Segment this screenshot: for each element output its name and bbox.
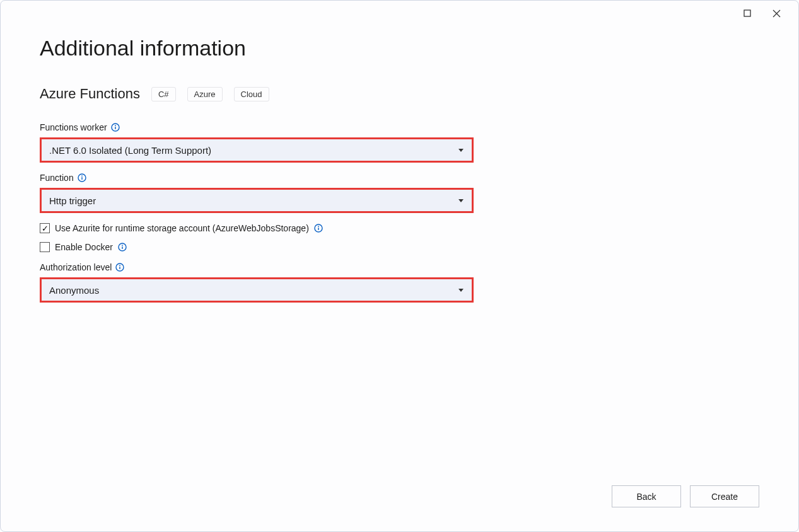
close-button[interactable] (768, 5, 784, 21)
function-label: Function (40, 173, 74, 183)
info-icon[interactable] (78, 173, 86, 182)
chevron-down-icon (458, 147, 464, 153)
create-button[interactable]: Create (690, 485, 759, 507)
titlebar (739, 1, 798, 26)
subtitle: Azure Functions (40, 86, 140, 102)
svg-rect-11 (318, 228, 318, 230)
content-area: Additional information Azure Functions C… (1, 1, 798, 303)
info-icon[interactable] (314, 224, 323, 233)
subtitle-row: Azure Functions C# Azure Cloud (40, 86, 759, 102)
maximize-button[interactable] (739, 5, 755, 21)
chevron-down-icon (458, 197, 464, 204)
info-icon[interactable] (115, 263, 124, 272)
footer: Back Create (612, 485, 759, 507)
use-azurite-label: Use Azurite for runtime storage account … (55, 223, 309, 233)
functions-worker-dropdown[interactable]: .NET 6.0 Isolated (Long Term Support) (40, 137, 474, 163)
svg-point-16 (120, 265, 121, 266)
page-title: Additional information (40, 36, 759, 61)
back-button[interactable]: Back (612, 485, 681, 507)
function-value: Http trigger (49, 195, 96, 206)
maximize-icon (744, 9, 751, 17)
dialog-window: Additional information Azure Functions C… (0, 0, 799, 532)
use-azurite-row: Use Azurite for runtime storage account … (40, 223, 759, 233)
svg-point-7 (81, 175, 83, 176)
use-azurite-checkbox[interactable] (40, 223, 50, 233)
label-row: Functions worker (40, 122, 759, 132)
tag-csharp: C# (151, 87, 176, 101)
info-icon[interactable] (118, 243, 127, 252)
svg-rect-0 (744, 10, 750, 16)
function-dropdown[interactable]: Http trigger (40, 188, 474, 213)
authorization-level-group: Authorization level Anonymous (40, 262, 759, 303)
function-group: Function Http trigger (40, 173, 759, 213)
enable-docker-checkbox[interactable] (40, 242, 50, 252)
chevron-down-icon (458, 287, 464, 293)
functions-worker-label: Functions worker (40, 122, 107, 132)
svg-rect-5 (115, 127, 115, 129)
enable-docker-label: Enable Docker (55, 242, 113, 252)
info-icon[interactable] (111, 123, 120, 132)
label-row: Function (40, 173, 759, 183)
authorization-level-value: Anonymous (49, 285, 99, 296)
tag-azure: Azure (187, 87, 223, 101)
enable-docker-row: Enable Docker (40, 242, 759, 252)
authorization-level-dropdown[interactable]: Anonymous (40, 277, 474, 303)
svg-point-4 (115, 125, 116, 126)
svg-rect-8 (81, 177, 82, 180)
close-icon (773, 9, 781, 18)
label-row: Authorization level (40, 262, 759, 272)
svg-point-13 (122, 245, 123, 246)
svg-point-10 (318, 226, 319, 227)
tag-cloud: Cloud (234, 87, 269, 101)
functions-worker-value: .NET 6.0 Isolated (Long Term Support) (49, 145, 211, 156)
svg-rect-14 (122, 246, 122, 249)
functions-worker-group: Functions worker .NET 6.0 Isolated (Long… (40, 122, 759, 163)
svg-rect-17 (120, 267, 120, 269)
authorization-level-label: Authorization level (40, 262, 112, 272)
